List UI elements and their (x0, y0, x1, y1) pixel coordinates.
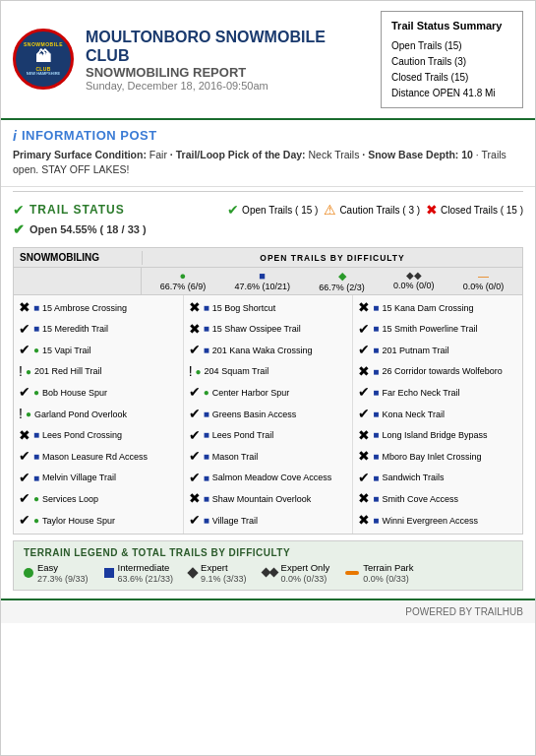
section-divider (13, 191, 523, 192)
snowmobiling-section: SNOWMOBILING OPEN TRAILS BY DIFFICULTY ●… (13, 247, 523, 535)
trail-item: ✔■Mason Leasure Rd Access (17, 446, 180, 468)
trail-name: Lees Pond Crossing (42, 429, 122, 442)
easy-icon (24, 568, 33, 578)
trail-name: Long Island Bridge Bypass (382, 429, 487, 442)
trail-item: ✔■15 Smith Powerline Trail (356, 319, 519, 341)
trail-name: Services Loop (42, 493, 98, 506)
trail-item: ✔■Melvin Village Trail (17, 468, 180, 489)
trail-name: 201 Putnam Trail (382, 345, 448, 357)
trail-status-icon: ✔ (189, 511, 201, 531)
trail-summary-box: Trail Status Summary Open Trails (15) Ca… (381, 11, 523, 108)
depth-value: 10 (458, 149, 473, 160)
trail-status-icon: ✔ (19, 511, 30, 531)
trail-status-icon: ! (189, 362, 193, 382)
badge-closed: ✖ Closed Trails ( 15 ) (426, 202, 523, 218)
terrain-label: Terrain Park (363, 562, 413, 573)
trail-item: ✔■201 Putnam Trail (356, 340, 519, 361)
snowmobiling-label: SNOWMOBILING (14, 248, 142, 267)
trail-item: ✖■15 Kana Dam Crossing (356, 297, 519, 319)
trail-item: ✔●Services Loop (17, 488, 180, 510)
legend-title: TERRAIN LEGEND & TOTAL TRAILS by DIFFICU… (24, 547, 512, 558)
trail-name: Mboro Bay Inlet Crossing (382, 451, 481, 464)
trail-status-icon: ✔ (189, 405, 201, 424)
trail-status-icon: ✔ (358, 341, 370, 360)
expert-only-label: Expert Only (281, 562, 330, 573)
trail-status-icon: ✔ (358, 405, 370, 424)
summary-distance: Distance OPEN 41.8 Mi (391, 86, 512, 101)
open-badge-icon: ✔ (227, 202, 239, 218)
trail-name: Winni Evergreen Access (382, 515, 478, 528)
snowmobiling-header: SNOWMOBILING OPEN TRAILS BY DIFFICULTY (14, 248, 522, 268)
caution-badge-label: Caution Trails ( 3 ) (339, 205, 420, 216)
trail-item: ✔■15 Meredith Trail (17, 319, 180, 341)
trail-status-icon: ✖ (358, 511, 370, 531)
trail-name: Lees Pond Trail (212, 429, 274, 442)
trail-item: ✔■201 Kana Waka Crossing (187, 340, 350, 361)
trail-status-icon: ✖ (358, 447, 370, 467)
trail-name: Melvin Village Trail (42, 472, 116, 484)
trail-status-icon: ✔ (358, 320, 370, 340)
trail-item: !●Garland Pond Overlook (17, 404, 180, 425)
inter-sub: 63.6% (21/33) (118, 574, 174, 584)
depth-label: · Snow Base Depth: (359, 149, 458, 160)
pick-value: Neck Trails (306, 149, 360, 160)
terrain-icon (345, 571, 359, 575)
trail-status-icon: ✔ (189, 383, 201, 403)
trail-status-icon: ✖ (189, 489, 201, 509)
trail-name: 15 Bog Shortcut (212, 302, 276, 315)
trail-status-icon: ✔ (19, 469, 30, 488)
trail-status-badges: ✔ Open Trails ( 15 ) ⚠ Caution Trails ( … (227, 202, 523, 218)
summary-caution: Caution Trails (3) (391, 54, 512, 70)
summary-title: Trail Status Summary (391, 18, 512, 35)
trail-status-icon: ✔ (19, 341, 30, 360)
trail-status-icon: ✔ (19, 383, 30, 403)
trail-status-icon: ✖ (358, 362, 370, 382)
trail-status-icon: ✔ (189, 447, 201, 467)
summary-closed: Closed Trails (15) (391, 70, 512, 86)
trail-name: Mason Trail (212, 451, 259, 464)
trail-item: ✔■Lees Pond Trail (187, 425, 350, 447)
trail-status-icon: ! (19, 405, 23, 424)
surface-value: Fair (147, 149, 167, 160)
trail-status-icon: ✖ (358, 426, 370, 446)
legend-terrain: Terrain Park 0.0% (0/33) (345, 562, 413, 584)
info-text: Primary Surface Condition: Fair · Trail/… (13, 148, 523, 179)
trail-item: ✔●Center Harbor Spur (187, 382, 350, 404)
trail-item: ✖■Long Island Bridge Bypass (356, 425, 519, 447)
trail-item: ✖■Shaw Mountain Overlook (187, 488, 350, 510)
legend-inter: Intermediate 63.6% (21/33) (104, 562, 174, 584)
easy-label: Easy (37, 562, 58, 573)
trail-item: ✔●Taylor House Spur (17, 510, 180, 532)
trail-item: ✔■Mason Trail (187, 446, 350, 468)
header: SNOWMOBILE 🏔 CLUB NEW HAMPSHIRE MOULTONB… (1, 1, 535, 120)
legend-easy: Easy 27.3% (9/33) (24, 562, 89, 584)
open-pct-value: Open 54.55% ( 18 / 33 ) (30, 223, 147, 235)
trail-status-icon: ✖ (189, 298, 201, 318)
trail-item: ✖■15 Shaw Ossipee Trail (187, 319, 350, 341)
trail-status-icon: ✖ (19, 298, 30, 318)
trail-status-icon: ✖ (358, 298, 370, 318)
trail-status-icon: ✔ (19, 489, 30, 509)
expert-only-sub: 0.0% (0/33) (281, 574, 330, 584)
diff-terrain: — 0.0% (0/0) (463, 270, 505, 292)
trail-item: ✔●15 Vapi Trail (17, 340, 180, 361)
trail-item: !●204 Squam Trail (187, 361, 350, 383)
trail-status-icon: ✔ (19, 320, 30, 340)
trail-item: ✖■Winni Evergreen Access (356, 510, 519, 532)
trail-name: 15 Shaw Ossipee Trail (212, 323, 301, 336)
club-name: MOULTONBORO SNOWMOBILE CLUB (86, 28, 371, 65)
trail-name: Sandwich Trails (382, 472, 444, 484)
trail-status-icon: ✔ (358, 469, 370, 488)
expert-only-icon (263, 569, 277, 576)
info-section: i INFORMATION POST Primary Surface Condi… (1, 120, 535, 188)
trail-name: 15 Meredith Trail (42, 323, 108, 336)
info-header: i INFORMATION POST (13, 128, 523, 144)
expert-icon (187, 567, 198, 578)
difficulty-stats: ● 66.7% (6/9) ■ 47.6% (10/21) ◆ 66.7% (2… (142, 268, 522, 294)
trail-item: ✖■Smith Cove Access (356, 488, 519, 510)
trail-item: ✖■26 Corridor towards Wolfeboro (356, 361, 519, 383)
legend-expert: Expert 9.1% (3/33) (189, 562, 247, 584)
diff-easy: ● 66.7% (6/9) (160, 270, 207, 292)
surface-label: Primary Surface Condition: (13, 149, 147, 160)
trail-name: 15 Vapi Trail (42, 345, 90, 357)
